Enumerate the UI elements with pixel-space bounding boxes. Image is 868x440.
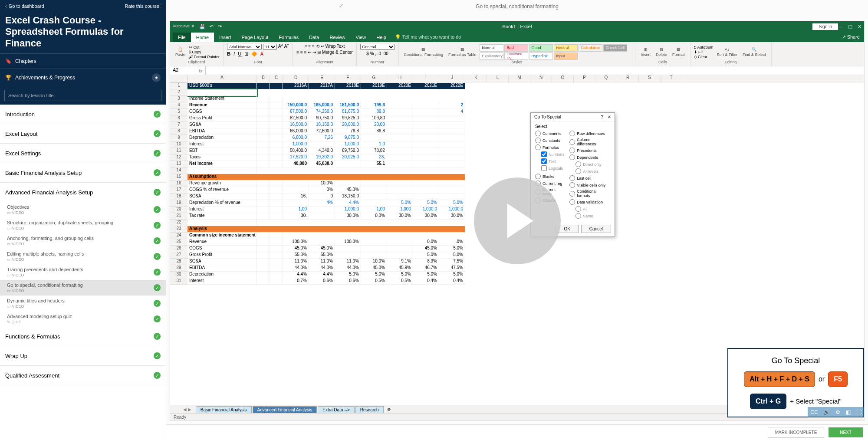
- ribbon-tab-insert[interactable]: Insert: [214, 33, 237, 42]
- maximize-icon[interactable]: ▢: [848, 24, 852, 30]
- column-header[interactable]: S: [639, 75, 661, 83]
- chapter-item[interactable]: Functions & Formulas✓: [0, 327, 166, 346]
- column-header[interactable]: B: [257, 75, 270, 83]
- lesson-search-input[interactable]: [4, 90, 161, 101]
- wrap-text-button[interactable]: ↩ Wrap Text: [321, 44, 345, 49]
- ribbon-tab-data[interactable]: Data: [304, 33, 324, 42]
- column-header[interactable]: O: [552, 75, 574, 83]
- add-sheet-button[interactable]: ⊕: [387, 407, 391, 412]
- back-to-dashboard-link[interactable]: ‹ Go to dashboard: [5, 3, 44, 9]
- signin-button[interactable]: Sign in: [812, 23, 838, 30]
- ribbon-tab-help[interactable]: Help: [371, 33, 391, 42]
- cut-button[interactable]: ✂ Cut: [189, 45, 220, 49]
- row-header[interactable]: 8: [170, 128, 187, 135]
- volume-icon[interactable]: 🔊: [823, 409, 830, 415]
- row-header[interactable]: 19: [170, 200, 187, 207]
- ribbon-tab-view[interactable]: View: [351, 33, 372, 42]
- sheet-tab[interactable]: Extra Data -->: [318, 406, 355, 413]
- format-as-table-button[interactable]: ▦Format as Table: [447, 46, 478, 58]
- row-header[interactable]: 27: [170, 252, 187, 259]
- column-header[interactable]: M: [509, 75, 530, 83]
- undo-icon[interactable]: ↶: [210, 24, 214, 30]
- row-header[interactable]: 31: [170, 278, 187, 285]
- lesson-item[interactable]: Advanced modeling setup quiz✎ QUIZ✓: [0, 311, 166, 327]
- column-header[interactable]: E: [309, 75, 335, 83]
- delete-cells-button[interactable]: ⊟Delete: [654, 46, 669, 58]
- autosave-toggle[interactable]: AutoSave ⭘: [173, 24, 195, 30]
- number-format-select[interactable]: General: [360, 44, 395, 50]
- column-header[interactable]: Q: [595, 75, 617, 83]
- column-header[interactable]: H: [387, 75, 413, 83]
- chapter-item[interactable]: Advanced Financial Analysis Setup✓: [0, 183, 166, 202]
- row-header[interactable]: 12: [170, 154, 187, 161]
- row-header[interactable]: 16: [170, 181, 187, 187]
- row-header[interactable]: 6: [170, 115, 187, 122]
- next-button[interactable]: NEXT: [829, 427, 863, 437]
- row-header[interactable]: 17: [170, 187, 187, 194]
- column-header[interactable]: F: [335, 75, 361, 83]
- conditional-formatting-button[interactable]: ▦Conditional Formatting: [402, 46, 445, 58]
- lesson-item[interactable]: Tracing precedents and dependents▭ VIDEO…: [0, 264, 166, 280]
- row-header[interactable]: 14: [170, 167, 187, 174]
- paste-button[interactable]: 📋Paste: [174, 46, 187, 58]
- pip-icon[interactable]: ◧: [846, 409, 851, 415]
- chapter-item[interactable]: Basic Financial Analysis Setup✓: [0, 163, 166, 183]
- chapter-item[interactable]: Introduction✓: [0, 105, 166, 124]
- tell-me-input[interactable]: 💡 Tell me what you want to do: [391, 32, 465, 42]
- lesson-item[interactable]: Editing multiple sheets, naming cells▭ V…: [0, 249, 166, 264]
- row-header[interactable]: 30: [170, 272, 187, 278]
- copy-button[interactable]: ⎘ Copy: [189, 50, 220, 54]
- cell-styles-gallery[interactable]: NormalBadGoodNeutralCalculationCheck Cel…: [480, 44, 631, 60]
- row-header[interactable]: 20: [170, 207, 187, 213]
- achievements-nav[interactable]: 🏆 Achievements & Progress ★: [0, 69, 166, 86]
- merge-center-button[interactable]: ⊞ Merge & Center: [317, 50, 352, 55]
- ribbon-tab-page-layout[interactable]: Page Layout: [237, 33, 274, 42]
- sort-filter-button[interactable]: A↓Sort & Filter: [715, 46, 740, 58]
- row-header[interactable]: 21: [170, 213, 187, 220]
- row-header[interactable]: 26: [170, 246, 187, 252]
- chapter-item[interactable]: Excel Settings✓: [0, 144, 166, 163]
- row-header[interactable]: 9: [170, 135, 187, 141]
- row-header[interactable]: 28: [170, 259, 187, 265]
- rate-course-link[interactable]: Rate this course!: [125, 3, 161, 9]
- row-header[interactable]: 15: [170, 174, 187, 181]
- row-header[interactable]: 25: [170, 239, 187, 246]
- row-header[interactable]: 22: [170, 220, 187, 226]
- sheet-tab[interactable]: Advanced Financial Analysis: [253, 406, 317, 413]
- column-header[interactable]: R: [617, 75, 639, 83]
- column-header[interactable]: I: [413, 75, 439, 83]
- settings-icon[interactable]: ⚙: [835, 409, 840, 415]
- fullscreen-video-icon[interactable]: ⛶: [856, 409, 861, 415]
- help-icon[interactable]: ?: [601, 115, 603, 119]
- row-header[interactable]: 10: [170, 141, 187, 148]
- ribbon-tab-home[interactable]: Home: [191, 33, 214, 42]
- column-header[interactable]: J: [439, 75, 465, 83]
- cc-icon[interactable]: CC: [810, 409, 818, 415]
- row-header[interactable]: 24: [170, 233, 187, 239]
- name-box[interactable]: A2: [170, 66, 196, 75]
- close-icon[interactable]: ✕: [608, 115, 611, 119]
- redo-icon[interactable]: ↷: [218, 24, 222, 30]
- minimize-icon[interactable]: —: [838, 24, 843, 30]
- fullscreen-icon[interactable]: ⤢: [339, 3, 343, 9]
- find-select-button[interactable]: 🔍Find & Select: [741, 46, 768, 58]
- column-header[interactable]: K: [465, 75, 487, 83]
- column-header[interactable]: L: [487, 75, 509, 83]
- row-header[interactable]: 11: [170, 148, 187, 154]
- row-header[interactable]: 23: [170, 226, 187, 233]
- row-header[interactable]: 5: [170, 109, 187, 115]
- autosum-button[interactable]: Σ AutoSum: [694, 45, 713, 49]
- insert-cells-button[interactable]: ⊞Insert: [639, 46, 652, 58]
- column-header[interactable]: T: [661, 75, 682, 83]
- sheet-tab[interactable]: Basic Financial Analysis: [196, 406, 252, 413]
- clear-button[interactable]: ◇ Clear: [694, 55, 713, 59]
- font-family-select[interactable]: Arial Narrow: [227, 44, 262, 50]
- play-button[interactable]: [474, 177, 561, 264]
- chapter-item[interactable]: Qualified Assessment✓: [0, 366, 166, 385]
- sheet-tab[interactable]: Research: [355, 406, 384, 413]
- ribbon-tab-file[interactable]: File: [173, 33, 191, 42]
- share-button[interactable]: ↗ Share: [838, 32, 864, 42]
- ribbon-tab-review[interactable]: Review: [324, 33, 350, 42]
- column-header[interactable]: N: [530, 75, 552, 83]
- column-header[interactable]: P: [574, 75, 595, 83]
